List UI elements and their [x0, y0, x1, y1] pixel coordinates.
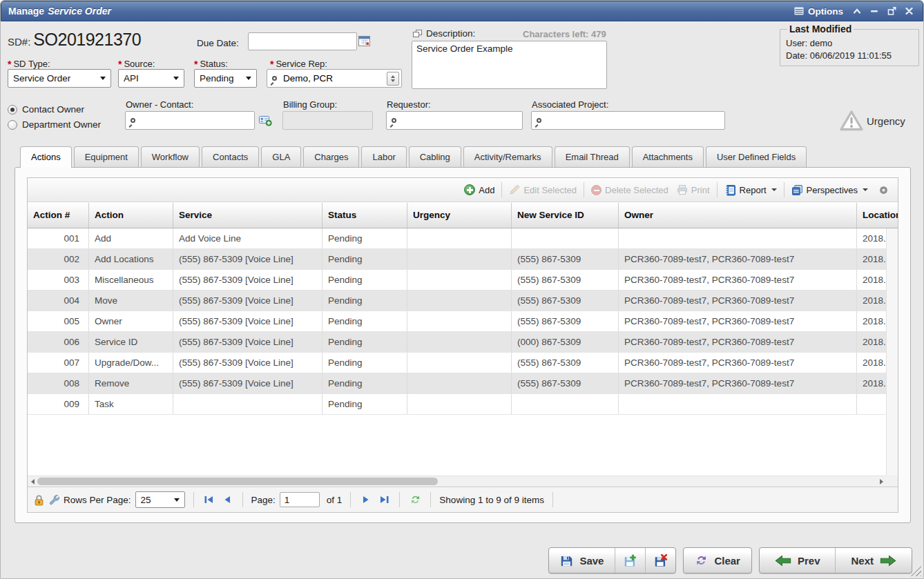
rows-per-page-label: Rows Per Page:: [64, 495, 131, 505]
tab-workflow[interactable]: Workflow: [141, 146, 200, 167]
table-cell: 2018.1 R: [857, 332, 886, 352]
horizontal-scrollbar[interactable]: [28, 475, 886, 487]
tab-email-thread[interactable]: Email Thread: [555, 146, 630, 167]
description-textarea[interactable]: Service Order Example: [412, 41, 607, 89]
add-button[interactable]: Add: [460, 184, 499, 195]
tab-charges[interactable]: Charges: [303, 146, 359, 167]
status-select[interactable]: Pending: [194, 69, 257, 88]
table-cell: Pending: [323, 311, 407, 331]
table-row[interactable]: 003Miscellaneous(555) 867-5309 [Voice Li…: [28, 270, 886, 291]
column-header[interactable]: New Service ID: [512, 203, 619, 228]
column-header[interactable]: Action: [89, 203, 173, 228]
requestor-field[interactable]: [386, 111, 523, 130]
calendar-icon[interactable]: [358, 35, 370, 46]
table-cell: 2018.1 R: [857, 291, 886, 311]
perspectives-button[interactable]: Perspectives: [787, 184, 872, 196]
tab-user-defined-fields[interactable]: User Defined Fields: [706, 146, 807, 167]
resize-grip[interactable]: [911, 566, 921, 576]
add-contact-icon[interactable]: [259, 115, 272, 126]
report-button[interactable]: Report: [720, 184, 781, 196]
delete-selected-button[interactable]: Delete Selected: [587, 185, 673, 195]
actions-tab-panel: Add Edit Selected Delete Selected Pri: [15, 167, 911, 523]
table-cell: Service ID: [89, 332, 173, 352]
tab-actions[interactable]: Actions: [20, 146, 72, 168]
table-cell: 001: [28, 228, 89, 248]
associated-project-input[interactable]: [546, 115, 720, 126]
column-header[interactable]: Location: [857, 203, 898, 228]
tab-labor[interactable]: Labor: [361, 146, 406, 167]
edit-selected-button[interactable]: Edit Selected: [505, 184, 581, 195]
table-row[interactable]: 002Add Locations(555) 867-5309 [Voice Li…: [28, 249, 886, 270]
popout-field-icon[interactable]: [413, 30, 422, 38]
table-cell: (555) 867-5309 [Voice Line]: [173, 332, 323, 352]
vertical-scrollbar[interactable]: [886, 228, 898, 475]
grid-toolbar: Add Edit Selected Delete Selected Pri: [28, 178, 898, 202]
next-button[interactable]: Next: [835, 548, 912, 573]
tab-attachments[interactable]: Attachments: [632, 146, 704, 167]
tab-equipment[interactable]: Equipment: [74, 146, 139, 167]
table-cell: Task: [89, 394, 173, 414]
scrollbar-thumb[interactable]: [37, 478, 438, 485]
owner-contact-field[interactable]: [125, 111, 255, 130]
clear-button[interactable]: Clear: [684, 548, 751, 573]
table-cell: [407, 311, 512, 331]
close-icon[interactable]: [905, 8, 913, 14]
toolbar-separator: [501, 182, 502, 197]
service-rep-input[interactable]: [282, 72, 382, 84]
due-date-input[interactable]: [248, 32, 357, 50]
tab-cabling[interactable]: Cabling: [409, 146, 461, 167]
save-and-new-button[interactable]: [615, 548, 645, 573]
service-rep-field[interactable]: [267, 69, 402, 88]
associated-project-field[interactable]: [531, 111, 725, 130]
tab-contacts[interactable]: Contacts: [202, 146, 259, 167]
department-owner-radio[interactable]: Department Owner: [8, 119, 101, 130]
tab-activity-remarks[interactable]: Activity/Remarks: [463, 146, 552, 167]
last-page-button[interactable]: [377, 493, 391, 507]
required-icon: *: [8, 59, 11, 70]
column-header[interactable]: Service: [173, 203, 323, 228]
refresh-button[interactable]: [408, 493, 422, 507]
table-row[interactable]: 007Upgrade/Dow...(555) 867-5309 [Voice L…: [28, 353, 886, 373]
service-rep-spinner-icon[interactable]: [387, 72, 399, 86]
table-row[interactable]: 009TaskPending: [28, 394, 886, 415]
collapse-button[interactable]: [853, 8, 861, 14]
print-button[interactable]: Print: [673, 184, 714, 195]
lock-icon[interactable]: [34, 494, 44, 506]
prev-page-button[interactable]: [220, 493, 234, 507]
table-row[interactable]: 006Service ID(555) 867-5309 [Voice Line]…: [28, 332, 886, 353]
minimize-button[interactable]: [870, 8, 878, 14]
sd-type-select[interactable]: Service Order: [8, 69, 111, 88]
column-header[interactable]: Action #: [28, 203, 89, 228]
table-row[interactable]: 004Move(555) 867-5309 [Voice Line]Pendin…: [28, 291, 886, 311]
table-row[interactable]: 001AddAdd Voice LinePending2018.1 R: [28, 228, 886, 249]
save-button[interactable]: Save: [549, 548, 615, 573]
column-header[interactable]: Owner: [619, 203, 857, 228]
owner-contact-input[interactable]: [140, 115, 249, 126]
showing-items-text: Showing 1 to 9 of 9 items: [439, 495, 544, 505]
column-header[interactable]: Status: [323, 203, 407, 228]
scroll-left-icon[interactable]: [28, 477, 37, 487]
table-cell: PCR360-7089-test7, PCR360-7089-test7: [619, 270, 857, 290]
table-cell: [407, 373, 512, 393]
scroll-right-icon[interactable]: [876, 477, 886, 487]
arrow-right-icon: [880, 555, 896, 567]
tab-gla[interactable]: GLA: [261, 146, 301, 167]
wrench-icon[interactable]: [48, 494, 59, 505]
save-and-close-button[interactable]: [645, 548, 675, 573]
requestor-input[interactable]: [401, 115, 517, 126]
table-cell: Pending: [323, 373, 407, 393]
table-row[interactable]: 005Owner(555) 867-5309 [Voice Line]Pendi…: [28, 311, 886, 332]
contact-owner-radio[interactable]: Contact Owner: [8, 104, 84, 115]
table-cell: 2018.1 R: [857, 249, 886, 269]
source-select[interactable]: API: [118, 69, 184, 88]
next-page-button[interactable]: [359, 493, 373, 507]
prev-button[interactable]: Prev: [760, 548, 836, 573]
first-page-button[interactable]: [202, 493, 216, 507]
column-header[interactable]: Urgency: [407, 203, 512, 228]
table-row[interactable]: 008Remove(555) 867-5309 [Voice Line]Pend…: [28, 373, 886, 394]
options-button[interactable]: Options: [794, 6, 843, 17]
grid-settings-button[interactable]: [872, 184, 891, 196]
rows-per-page-select[interactable]: 25: [135, 491, 185, 508]
page-input[interactable]: [280, 492, 320, 507]
popout-button[interactable]: [887, 7, 896, 15]
